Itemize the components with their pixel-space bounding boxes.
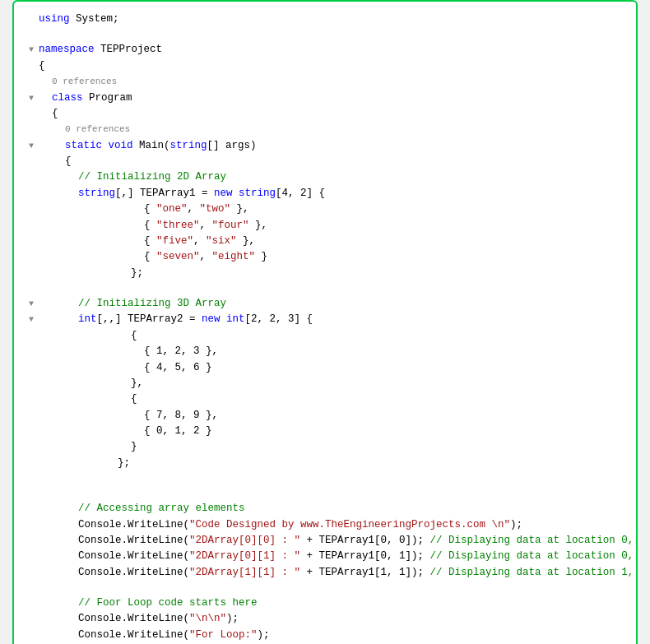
code-line xyxy=(21,581,629,595)
code-line: Console.WriteLine("2DArray[1][1] : " + T… xyxy=(21,565,629,581)
code-block: using System;▼namespace TEPProject{0 ref… xyxy=(21,12,629,644)
code-line: using System; xyxy=(21,12,629,27)
code-line: ▼namespace TEPProject xyxy=(21,42,629,58)
code-line: { 0, 1, 2 } xyxy=(21,424,629,439)
code-line: } xyxy=(21,439,629,455)
code-line: Console.WriteLine("\n\n"); xyxy=(21,611,629,627)
code-line: { "one", "two" }, xyxy=(21,202,629,217)
code-line: 0 references xyxy=(21,122,629,137)
code-line: Console.WriteLine("2DArray[0][1] : " + T… xyxy=(21,549,629,564)
code-line: { 1, 2, 3 }, xyxy=(21,344,629,359)
code-line: { "three", "four" }, xyxy=(21,218,629,234)
code-line: // Foor Loop code starts here xyxy=(21,595,629,611)
code-line: ▼// Initializing 3D Array xyxy=(21,296,629,312)
code-line: }, xyxy=(21,376,629,391)
code-line: { xyxy=(21,106,629,122)
code-line: { "five", "six" }, xyxy=(21,234,629,249)
code-window: using System;▼namespace TEPProject{0 ref… xyxy=(12,0,638,644)
code-line: string[,] TEPArray1 = new string[4, 2] { xyxy=(21,186,629,202)
code-line: Console.WriteLine("For Loop:"); xyxy=(21,628,629,643)
code-line: // Initializing 2D Array xyxy=(21,169,629,185)
code-line xyxy=(21,471,629,486)
code-line: { xyxy=(21,391,629,407)
code-line: { "seven", "eight" } xyxy=(21,249,629,265)
code-line: ▼static void Main(string[] args) xyxy=(21,138,629,154)
code-line: { xyxy=(21,154,629,169)
code-line: 0 references xyxy=(21,74,629,90)
code-line xyxy=(21,281,629,296)
code-line: // Accessing array elements xyxy=(21,501,629,517)
code-line xyxy=(21,486,629,501)
code-line: { xyxy=(21,328,629,344)
code-line: ▼class Program xyxy=(21,90,629,106)
code-line: }; xyxy=(21,456,629,471)
code-line: { 7, 8, 9 }, xyxy=(21,408,629,424)
code-line: Console.WriteLine("Code Designed by www.… xyxy=(21,517,629,533)
code-line: Console.WriteLine("2DArray[0][0] : " + T… xyxy=(21,533,629,549)
code-line: { 4, 5, 6 } xyxy=(21,360,629,376)
code-line xyxy=(21,27,629,42)
code-line: ▼int[,,] TEPArray2 = new int[2, 2, 3] { xyxy=(21,312,629,327)
code-line: { xyxy=(21,58,629,74)
code-line: }; xyxy=(21,266,629,281)
